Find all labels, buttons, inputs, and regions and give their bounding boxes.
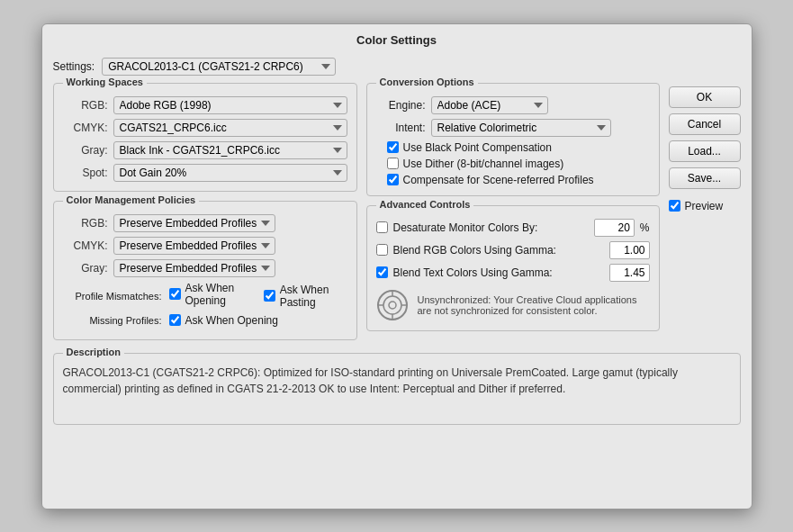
svg-point-2 — [389, 302, 396, 309]
color-management-title: Color Management Policies — [63, 194, 200, 205]
ask-pasting-checkbox[interactable] — [264, 290, 275, 302]
working-spaces-cmyk-select[interactable]: CGATS21_CRPC6.icc — [113, 119, 347, 137]
black-point-row: Use Black Point Compensation — [387, 141, 650, 154]
working-spaces-rgb-label: RGB: — [63, 99, 108, 112]
description-title: Description — [63, 347, 125, 357]
blend-text-input[interactable] — [609, 264, 650, 282]
working-spaces-gray-select[interactable]: Black Ink - CGATS21_CRPC6.icc — [113, 141, 347, 159]
dither-row: Use Dither (8-bit/channel images) — [387, 158, 650, 170]
intent-row: Intent: Relative Colorimetric — [376, 119, 650, 137]
intent-label: Intent: — [376, 122, 426, 134]
intent-select[interactable]: Relative Colorimetric — [431, 119, 611, 137]
compensate-label: Compensate for Scene-referred Profiles — [403, 174, 594, 186]
blend-rgb-input[interactable] — [609, 241, 650, 259]
action-buttons: OK Cancel Load... Save... Preview — [669, 83, 741, 340]
working-spaces-spot-row: Spot: Dot Gain 20% — [63, 164, 347, 182]
missing-opening-checkbox-row: Ask When Opening — [169, 314, 278, 327]
mismatches-label: Profile Mismatches: — [63, 291, 162, 302]
black-point-label: Use Black Point Compensation — [403, 141, 552, 154]
settings-label: Settings: — [53, 60, 95, 73]
missing-opening-label: Ask When Opening — [185, 314, 278, 327]
compensate-row: Compensate for Scene-referred Profiles — [387, 174, 650, 186]
conversion-options-section: Conversion Options Engine: Adobe (ACE) I… — [366, 83, 660, 196]
load-button[interactable]: Load... — [669, 140, 741, 162]
description-text: GRACOL2013-C1 (CGATS21-2 CRPC6): Optimiz… — [63, 365, 731, 397]
desaturate-label: Desaturate Monitor Colors By: — [393, 221, 589, 234]
color-management-section: Color Management Policies RGB: Preserve … — [53, 201, 357, 340]
working-spaces-spot-select[interactable]: Dot Gain 20% — [113, 164, 347, 182]
svg-point-1 — [383, 296, 401, 314]
policy-gray-select[interactable]: Preserve Embedded Profiles — [113, 259, 275, 277]
policy-cmyk-label: CMYK: — [63, 239, 108, 252]
save-button[interactable]: Save... — [669, 167, 741, 189]
policy-rgb-label: RGB: — [63, 217, 108, 230]
engine-row: Engine: Adobe (ACE) — [376, 96, 650, 114]
conversion-title: Conversion Options — [376, 77, 478, 87]
cancel-button[interactable]: Cancel — [669, 113, 741, 135]
unsync-text: Unsynchronized: Your Creative Cloud appl… — [418, 294, 650, 316]
working-spaces-rgb-row: RGB: Adobe RGB (1998) — [63, 96, 347, 114]
ask-opening-label: Ask When Opening — [185, 282, 257, 307]
policy-gray-row: Gray: Preserve Embedded Profiles — [63, 259, 347, 277]
desaturate-unit: % — [640, 221, 650, 234]
desaturate-row: Desaturate Monitor Colors By: % — [376, 219, 650, 237]
blend-text-label: Blend Text Colors Using Gamma: — [393, 266, 604, 279]
engine-select[interactable]: Adobe (ACE) — [431, 96, 548, 114]
ask-opening-checkbox-row: Ask When Opening — [169, 282, 257, 307]
ok-button[interactable]: OK — [669, 86, 741, 108]
preview-row: Preview — [669, 200, 741, 212]
blend-text-row: Blend Text Colors Using Gamma: — [376, 264, 650, 282]
left-panel: Working Spaces RGB: Adobe RGB (1998) CMY… — [53, 83, 357, 340]
black-point-checkbox[interactable] — [387, 141, 399, 153]
blend-rgb-row: Blend RGB Colors Using Gamma: — [376, 241, 650, 259]
dither-label: Use Dither (8-bit/channel images) — [403, 158, 564, 170]
dither-checkbox[interactable] — [387, 158, 399, 169]
profile-mismatches-row: Profile Mismatches: Ask When Opening Ask… — [63, 282, 347, 311]
desaturate-checkbox[interactable] — [376, 221, 388, 233]
policy-cmyk-select[interactable]: Preserve Embedded Profiles — [113, 237, 275, 255]
advanced-title: Advanced Controls — [376, 199, 474, 210]
preview-checkbox[interactable] — [669, 200, 680, 212]
policy-rgb-select[interactable]: Preserve Embedded Profiles — [113, 214, 275, 232]
preview-label: Preview — [685, 200, 724, 212]
blend-rgb-label: Blend RGB Colors Using Gamma: — [393, 244, 604, 257]
blend-rgb-checkbox[interactable] — [376, 244, 388, 256]
missing-profiles-row: Missing Profiles: Ask When Opening — [63, 314, 347, 327]
ask-opening-checkbox[interactable] — [169, 288, 181, 300]
ask-pasting-checkbox-row: Ask When Pasting — [264, 284, 347, 309]
engine-label: Engine: — [376, 99, 426, 112]
working-spaces-section: Working Spaces RGB: Adobe RGB (1998) CMY… — [53, 83, 357, 192]
policy-cmyk-row: CMYK: Preserve Embedded Profiles — [63, 237, 347, 255]
dialog-title: Color Settings — [42, 24, 752, 54]
desaturate-input[interactable] — [594, 219, 635, 237]
missing-opening-checkbox[interactable] — [169, 314, 181, 326]
working-spaces-gray-row: Gray: Black Ink - CGATS21_CRPC6.icc — [63, 141, 347, 159]
dialog-body: Working Spaces RGB: Adobe RGB (1998) CMY… — [42, 83, 752, 349]
compensate-checkbox[interactable] — [387, 174, 399, 185]
policy-rgb-row: RGB: Preserve Embedded Profiles — [63, 214, 347, 232]
working-spaces-spot-label: Spot: — [63, 167, 108, 179]
policy-gray-label: Gray: — [63, 262, 108, 275]
working-spaces-cmyk-label: CMYK: — [63, 122, 108, 134]
settings-select[interactable]: GRACOL2013-C1 (CGATS21-2 CRPC6) — [102, 58, 336, 76]
ask-pasting-label: Ask When Pasting — [280, 284, 347, 309]
advanced-controls-section: Advanced Controls Desaturate Monitor Col… — [366, 205, 660, 331]
blend-text-checkbox[interactable] — [376, 266, 388, 278]
center-panel: Conversion Options Engine: Adobe (ACE) I… — [366, 83, 660, 340]
missing-label: Missing Profiles: — [63, 315, 162, 326]
unsync-row: Unsynchronized: Your Creative Cloud appl… — [376, 289, 650, 321]
unsync-icon — [376, 289, 409, 321]
color-settings-dialog: Color Settings Settings: GRACOL2013-C1 (… — [41, 23, 752, 509]
description-section: Description GRACOL2013-C1 (CGATS21-2 CRP… — [53, 353, 741, 425]
working-spaces-title: Working Spaces — [63, 77, 147, 87]
working-spaces-gray-label: Gray: — [63, 144, 108, 157]
working-spaces-rgb-select[interactable]: Adobe RGB (1998) — [113, 96, 347, 114]
working-spaces-cmyk-row: CMYK: CGATS21_CRPC6.icc — [63, 119, 347, 137]
